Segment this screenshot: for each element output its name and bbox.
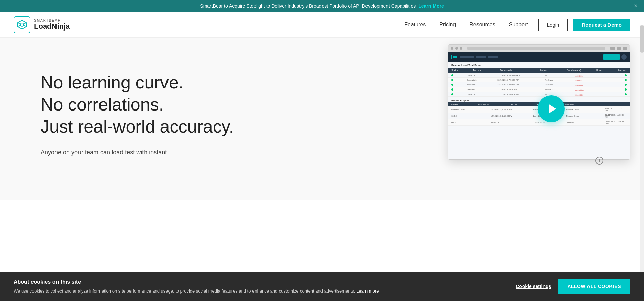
nav-link-pricing[interactable]: Pricing <box>439 22 456 28</box>
nav-actions: Login Request a Demo <box>538 19 630 31</box>
col-success: Success <box>618 69 627 72</box>
status-dot <box>451 74 453 76</box>
hero-subtext: Anyone on your team can load test with i… <box>41 148 234 157</box>
col-date: Date created <box>500 69 527 72</box>
col-errors: Errors <box>596 69 604 72</box>
titlebar-dot-2 <box>455 47 458 50</box>
video-play-button[interactable] <box>538 95 565 122</box>
logo-product: LoadNinja <box>34 22 70 31</box>
request-demo-button[interactable]: Request a Demo <box>573 19 630 31</box>
status-dot <box>451 93 453 95</box>
titlebar-dot-1 <box>451 47 453 50</box>
hero-line2: No correlations. <box>41 95 164 114</box>
navbar: SMARTBEAR LoadNinja Features Pricing Res… <box>0 12 644 38</box>
hero-content: No learning curve. No correlations. Just… <box>41 58 234 157</box>
project-row: Demo 12/05/15 LogInLogout Rollback 12/10… <box>448 119 630 126</box>
hero-section: No learning curve. No correlations. Just… <box>0 38 644 200</box>
table-row: Scenario 1 12/14/2015, 12:47 PM Rollback… <box>448 87 630 92</box>
projects-title: Recent Projects <box>448 98 630 102</box>
status-dot <box>451 79 453 81</box>
col-project: Project <box>540 69 553 72</box>
col-duration: Duration (ms) <box>567 69 583 72</box>
scrollbar-thumb[interactable] <box>640 25 644 53</box>
hero-line1: No learning curve. <box>41 73 183 92</box>
play-triangle-icon <box>549 104 556 114</box>
announcement-text: SmartBear to Acquire Stoplight to Delive… <box>200 3 416 9</box>
login-button[interactable]: Login <box>538 19 568 31</box>
svg-point-0 <box>20 23 24 26</box>
table-row: 01/01/15 12/15/2015, 12:40:40 PM — ▂▃▄▃▂ <box>448 73 630 78</box>
app-nav-bar <box>448 52 630 62</box>
status-dot <box>451 84 453 86</box>
logo-text: SMARTBEAR LoadNinja <box>34 19 70 31</box>
table-row: 01/01/15 12/11/2015, 2:00:36 PM — ▃▂▃▄▃ <box>448 92 630 97</box>
success-dot <box>625 88 627 91</box>
announcement-close-button[interactable]: × <box>634 3 637 9</box>
app-titlebar <box>448 45 630 52</box>
titlebar-dot-3 <box>460 47 462 50</box>
announcement-bar: SmartBear to Acquire Stoplight to Delive… <box>0 0 644 12</box>
col-status: Status <box>451 69 460 72</box>
info-icon[interactable]: ℹ <box>595 157 603 165</box>
nav-link-features[interactable]: Features <box>404 22 426 28</box>
nav-link-resources[interactable]: Resources <box>469 22 495 28</box>
table-row: Scenario 1 12/14/2015, 7:55:38 PM Rollba… <box>448 78 630 82</box>
status-dot <box>451 88 453 91</box>
logo-icon <box>14 16 30 33</box>
success-dot <box>625 74 627 76</box>
nav-link-support[interactable]: Support <box>509 22 528 28</box>
success-dot <box>625 79 627 81</box>
hero-line3: Just real-world accuracy. <box>41 117 234 136</box>
table-row: Scenario 1 12/14/2015, 7:03:48 PM Rollba… <box>448 82 630 87</box>
announcement-learn-more-link[interactable]: Learn More <box>418 3 444 9</box>
hero-headline: No learning curve. No correlations. Just… <box>41 72 234 138</box>
success-dot <box>625 93 627 95</box>
scrollbar-track <box>640 25 644 200</box>
table-title: Recent Load Test Runs <box>448 62 630 68</box>
hero-image-area: Recent Load Test Runs Status Test run Da… <box>448 44 644 173</box>
col-testrun: Test run <box>473 69 486 72</box>
success-dot <box>625 84 627 86</box>
logo[interactable]: SMARTBEAR LoadNinja <box>14 16 70 33</box>
nav-links: Features Pricing Resources Support <box>404 22 528 28</box>
app-table-header: Status Test run Date created Project Dur… <box>448 68 630 73</box>
